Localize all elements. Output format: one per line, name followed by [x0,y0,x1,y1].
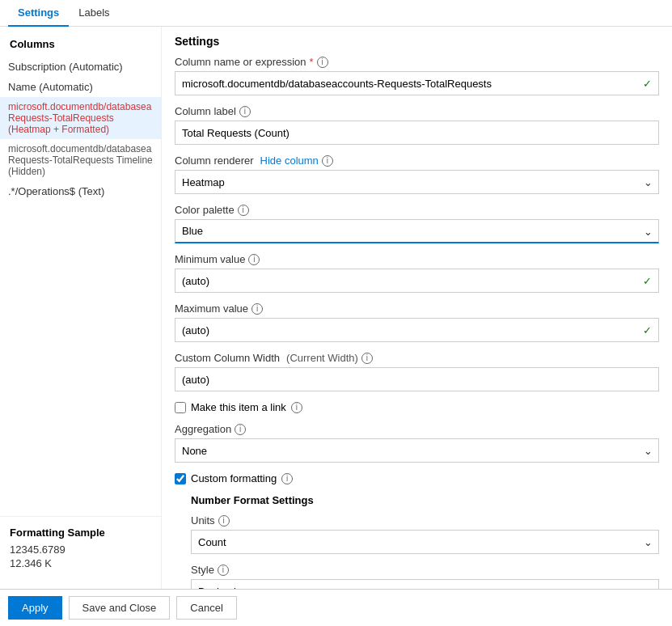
column-renderer-select[interactable]: Heatmap [175,170,659,194]
make-link-label: Make this item a link [191,401,286,413]
left-panel: Columns Subscription (Automatic) Name (A… [0,27,162,589]
custom-formatting-row: Custom formatting i [175,472,659,484]
color-palette-group: Color palette i Blue ⌄ [175,204,659,243]
save-close-button[interactable]: Save and Close [69,596,171,620]
column-name-check-icon: ✓ [643,78,652,90]
number-format-title: Number Format Settings [191,494,659,506]
aggregation-label: Aggregation i [175,423,659,435]
number-format-section: Number Format Settings Units i Count ⌄ S… [191,494,659,589]
column-label-field[interactable] [182,127,652,139]
hide-column-link[interactable]: Hide column [260,154,319,167]
column-label-input[interactable] [175,121,659,145]
units-select[interactable]: Count [191,530,659,554]
custom-column-width-info-icon[interactable]: i [361,353,373,364]
column-label-group: Column label i [175,105,659,145]
column-name-field[interactable] [182,78,643,90]
custom-column-width-group: Custom Column Width (Current Width) i [175,352,659,391]
apply-button[interactable]: Apply [8,596,62,620]
column-renderer-info-icon[interactable]: i [322,155,333,167]
list-item[interactable]: microsoft.documentdb/databasea Requests-… [0,97,161,139]
aggregation-group: Aggregation i None ⌄ [175,423,659,463]
units-group: Units i Count ⌄ [191,514,659,554]
main-content: Columns Subscription (Automatic) Name (A… [0,27,672,589]
maximum-value-info-icon[interactable]: i [251,303,263,315]
list-item[interactable]: Subscription (Automatic) [0,57,161,77]
tab-bar: Settings Labels [0,0,672,27]
make-link-info-icon[interactable]: i [291,402,302,413]
required-marker: * [310,56,314,68]
aggregation-select-wrapper: None ⌄ [175,438,659,463]
tab-settings[interactable]: Settings [8,0,69,27]
custom-formatting-label: Custom formatting [191,472,277,484]
column-label-info-icon[interactable]: i [239,106,251,117]
column-name-label: Column name or expression * i [175,56,659,68]
right-panel: Settings Column name or expression * i ✓… [162,27,672,589]
list-item[interactable]: .*/Operations$ (Text) [0,181,161,201]
style-select-wrapper: Decimal ⌄ [191,579,659,589]
color-palette-info-icon[interactable]: i [238,205,249,216]
formatting-sample-value-1: 12345.6789 [10,544,151,556]
column-name-input[interactable]: ✓ [175,71,659,95]
minimum-value-field[interactable] [182,275,643,287]
settings-title: Settings [175,35,659,48]
maximum-value-group: Maximum value i ✓ [175,302,659,342]
column-renderer-select-wrapper: Heatmap ⌄ [175,170,659,194]
make-link-row: Make this item a link i [175,401,659,413]
footer: Apply Save and Close Cancel [0,589,672,626]
cancel-button[interactable]: Cancel [176,596,236,620]
custom-column-width-label: Custom Column Width (Current Width) i [175,352,659,364]
column-renderer-group: Column renderer Hide column i Heatmap ⌄ [175,154,659,194]
custom-formatting-checkbox[interactable] [175,473,186,484]
maximum-value-label: Maximum value i [175,302,659,315]
color-palette-select[interactable]: Blue [175,219,659,243]
units-info-icon[interactable]: i [218,515,230,527]
units-label: Units i [191,514,659,527]
column-renderer-label: Column renderer Hide column i [175,154,659,167]
list-item[interactable]: Name (Automatic) [0,77,161,97]
custom-formatting-info-icon[interactable]: i [281,473,293,484]
style-info-icon[interactable]: i [218,565,229,576]
tab-labels[interactable]: Labels [69,0,119,27]
style-group: Style i Decimal ⌄ [191,564,659,589]
color-palette-select-wrapper: Blue ⌄ [175,219,659,243]
aggregation-select[interactable]: None [175,438,659,463]
maximum-value-input[interactable]: ✓ [175,318,659,342]
color-palette-label: Color palette i [175,204,659,216]
formatting-sample: Formatting Sample 12345.6789 12.346 K [0,516,161,581]
column-name-info-icon[interactable]: i [317,57,328,68]
custom-column-width-input[interactable] [175,367,659,391]
maximum-value-check-icon: ✓ [643,324,652,336]
column-label-label: Column label i [175,105,659,117]
column-name-input-wrapper: ✓ [175,71,659,95]
style-label: Style i [191,564,659,576]
column-name-group: Column name or expression * i ✓ [175,56,659,95]
columns-title: Columns [0,35,161,57]
minimum-value-check-icon: ✓ [643,275,652,287]
style-select[interactable]: Decimal [191,579,659,589]
custom-column-width-field[interactable] [182,374,652,386]
minimum-value-group: Minimum value i ✓ [175,253,659,293]
minimum-value-label: Minimum value i [175,253,659,265]
minimum-value-info-icon[interactable]: i [248,254,260,265]
list-item[interactable]: microsoft.documentdb/databasea Requests-… [0,139,161,181]
aggregation-info-icon[interactable]: i [235,424,246,435]
current-width-note: (Current Width) [286,352,358,364]
formatting-sample-value-2: 12.346 K [10,557,151,569]
maximum-value-field[interactable] [182,324,643,336]
minimum-value-input[interactable]: ✓ [175,269,659,293]
make-link-checkbox[interactable] [175,402,186,413]
formatting-sample-title: Formatting Sample [10,527,151,539]
units-select-wrapper: Count ⌄ [191,530,659,554]
